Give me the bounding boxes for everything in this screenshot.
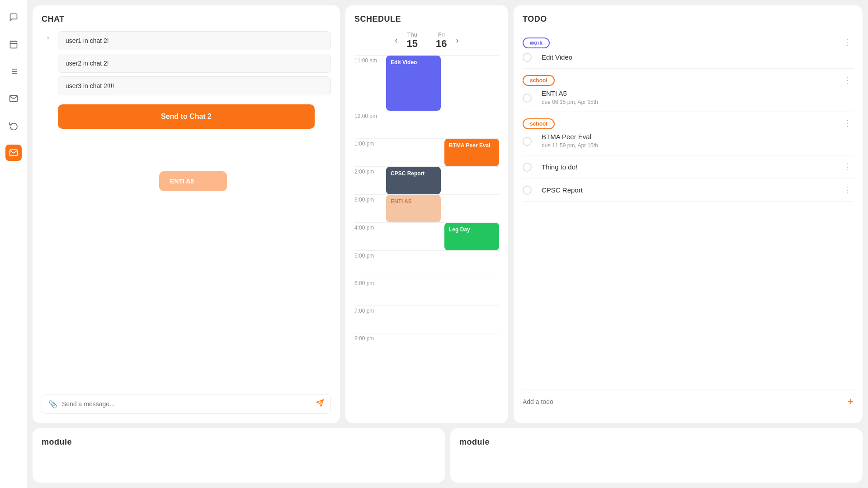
time-1pm: 1:00 pm	[354, 139, 386, 166]
sidebar	[0, 0, 27, 488]
sched-row-11am: 11:00 am Edit Video	[354, 55, 499, 111]
todo-due-3: due 11:59 pm, Apr 15th	[542, 142, 598, 149]
sched-row-5pm: 5:00 pm	[354, 250, 499, 278]
time-4pm: 4:00 pm	[354, 223, 386, 250]
todo-checkbox-1[interactable]	[523, 53, 532, 62]
chat-title: CHAT	[42, 14, 331, 24]
sched-row-12pm: 12:00 pm	[354, 111, 499, 138]
col-thu-11am: Edit Video	[386, 56, 441, 111]
todo-due-2: due 06:15 pm, Apr 15th	[542, 99, 598, 105]
sched-row-8pm: 8:00 pm	[354, 333, 499, 361]
event-leg-day[interactable]: Leg Day	[444, 223, 499, 250]
chat-message-3: user3 in chat 2!!!!	[58, 76, 331, 95]
todo-panel: TODO work Edit Video ⋮ school	[514, 5, 863, 423]
time-12pm: 12:00 pm	[354, 111, 386, 138]
todo-title-5: CPSC Report	[542, 186, 583, 194]
todo-title-1: Edit Video	[542, 53, 572, 61]
todo-title-2: ENTI A5	[542, 89, 598, 97]
todo-checkbox-3[interactable]	[523, 137, 532, 146]
time-7pm: 7:00 pm	[354, 306, 386, 333]
dragged-chat-item[interactable]: ENTI A5	[159, 171, 227, 191]
sched-row-2pm: 2:00 pm CPSC Report	[354, 166, 499, 194]
sched-cols-12pm	[386, 111, 499, 138]
todo-more-btn-1[interactable]: ⋮	[842, 38, 854, 47]
todo-add-input[interactable]	[523, 398, 848, 405]
event-edit-video[interactable]: Edit Video	[386, 56, 441, 111]
schedule-panel: SCHEDULE ‹ Thu 15 Fri 16 ›	[345, 5, 508, 423]
chat-message-2: user2 in chat 2!	[58, 54, 331, 73]
module-title-1: module	[42, 437, 436, 447]
schedule-nav: ‹ Thu 15 Fri 16 ›	[354, 31, 499, 50]
sched-row-4pm: 4:00 pm Leg Day	[354, 222, 499, 250]
chat-messages: user1 in chat 2! user2 in chat 2! user3 …	[58, 31, 331, 95]
sidebar-refresh-icon[interactable]	[5, 117, 22, 134]
sidebar-mail-icon[interactable]	[5, 90, 22, 107]
todo-more-btn-2[interactable]: ⋮	[842, 75, 854, 85]
sidebar-list-icon[interactable]	[5, 63, 22, 80]
send-to-chat-button[interactable]: Send to Chat 2	[58, 104, 315, 129]
main-content: CHAT › user1 in chat 2! user2 in chat 2!…	[27, 0, 868, 488]
module-panel-2: module	[450, 428, 863, 483]
svg-rect-0	[10, 41, 17, 48]
col-fri-11am	[444, 56, 499, 111]
todo-title-4: Thing to do!	[542, 163, 577, 171]
chat-body: › user1 in chat 2! user2 in chat 2! user…	[42, 31, 331, 394]
schedule-grid: 11:00 am Edit Video 12:00 pm	[354, 55, 499, 414]
sched-cols-11am: Edit Video	[386, 56, 499, 111]
chat-expand-btn[interactable]: ›	[42, 31, 54, 44]
sidebar-chat-icon[interactable]	[5, 9, 22, 25]
todo-tag-school-1: school	[523, 75, 555, 86]
todo-item-cpsc: CPSC Report ⋮	[523, 178, 854, 202]
time-6pm: 6:00 pm	[354, 278, 386, 305]
todo-title: TODO	[523, 14, 854, 24]
sched-cols-3pm: ENTI A5	[386, 195, 499, 222]
sidebar-mail2-icon[interactable]	[5, 145, 22, 161]
event-enti-a5[interactable]: ENTI A5	[386, 195, 441, 222]
time-2pm: 2:00 pm	[354, 167, 386, 194]
time-5pm: 5:00 pm	[354, 251, 386, 278]
event-btma-peer-eval[interactable]: BTMA Peer Eval	[444, 139, 499, 166]
sidebar-calendar-icon[interactable]	[5, 36, 22, 52]
sched-row-7pm: 7:00 pm	[354, 305, 499, 333]
schedule-day-thu: Thu 15	[407, 31, 418, 50]
todo-item-thing: Thing to do! ⋮	[523, 155, 854, 178]
sched-cols-4pm: Leg Day	[386, 223, 499, 250]
event-cpsc-report[interactable]: CPSC Report	[386, 167, 441, 194]
todo-more-btn-4[interactable]: ⋮	[842, 162, 854, 172]
schedule-day-fri: Fri 16	[436, 31, 447, 50]
sched-row-3pm: 3:00 pm ENTI A5	[354, 194, 499, 222]
todo-more-btn-3[interactable]: ⋮	[842, 118, 854, 128]
sched-row-1pm: 1:00 pm BTMA Peer Eval	[354, 138, 499, 166]
todo-checkbox-2[interactable]	[523, 94, 532, 103]
time-8pm: 8:00 pm	[354, 333, 386, 361]
sched-cols-1pm: BTMA Peer Eval	[386, 139, 499, 166]
module-title-2: module	[459, 437, 854, 447]
chat-panel: CHAT › user1 in chat 2! user2 in chat 2!…	[33, 5, 340, 423]
bottom-row: module module	[33, 428, 863, 483]
sched-cols-2pm: CPSC Report	[386, 167, 499, 194]
top-row: CHAT › user1 in chat 2! user2 in chat 2!…	[33, 5, 863, 423]
todo-add-button[interactable]: +	[848, 396, 854, 408]
todo-tag-work-1: work	[523, 38, 550, 48]
todo-item-enti-a5: school ENTI A5 due 06:15 pm, Apr 15th ⋮	[523, 69, 854, 112]
chat-send-button[interactable]	[316, 399, 324, 409]
schedule-days: Thu 15 Fri 16	[407, 31, 447, 50]
chat-input[interactable]	[62, 400, 311, 408]
todo-checkbox-5[interactable]	[523, 186, 532, 195]
todo-title-3: BTMA Peer Eval	[542, 133, 598, 141]
chat-input-area: 📎	[42, 394, 331, 414]
module-panel-1: module	[33, 428, 445, 483]
time-11am: 11:00 am	[354, 56, 386, 111]
chat-message-1: user1 in chat 2!	[58, 31, 331, 50]
todo-item-edit-video: work Edit Video ⋮	[523, 31, 854, 69]
attachment-icon[interactable]: 📎	[48, 400, 57, 408]
todo-add-row: +	[523, 389, 854, 414]
schedule-prev-btn[interactable]: ‹	[395, 36, 398, 45]
todo-item-btma: school BTMA Peer Eval due 11:59 pm, Apr …	[523, 112, 854, 155]
todo-tag-school-2: school	[523, 118, 555, 129]
todo-checkbox-4[interactable]	[523, 163, 532, 172]
schedule-next-btn[interactable]: ›	[456, 36, 458, 45]
time-3pm: 3:00 pm	[354, 195, 386, 222]
todo-more-btn-5[interactable]: ⋮	[842, 185, 854, 195]
sched-row-6pm: 6:00 pm	[354, 278, 499, 305]
